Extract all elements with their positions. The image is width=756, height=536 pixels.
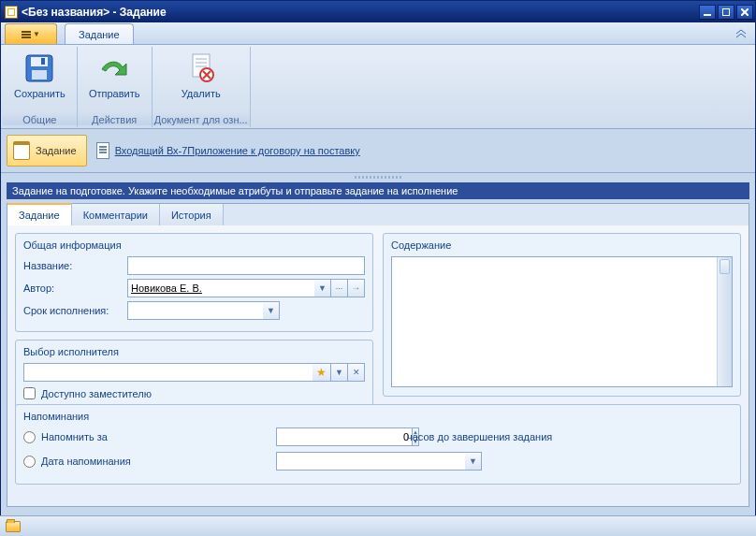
name-label: Название: [23,260,122,271]
author-dropdown-button[interactable]: ▼ [314,279,331,297]
detail-body: Общая информация Название: Автор: ▼ ··· … [7,225,749,506]
close-button[interactable] [736,5,753,20]
svg-rect-6 [32,70,47,80]
group-general: Общая информация Название: Автор: ▼ ··· … [15,233,373,332]
delete-icon [183,51,219,86]
ribbon-group-actions: Отправить Действия [78,47,153,127]
group-content: Содержание [383,233,741,397]
status-bar [0,515,756,536]
author-label: Автор: [23,282,122,294]
attachment-label: Входящий Вх-7Приложение к договору на по… [115,145,360,156]
ribbon-tab-strip: ▼ Задание [1,22,755,45]
tab-history[interactable]: История [160,204,224,226]
window-controls [699,5,753,20]
clipboard-icon [13,141,30,160]
group-title: Выбор исполнителя [23,346,365,357]
deadline-input[interactable] [127,301,263,320]
context-bar: Задание Входящий Вх-7Приложение к догово… [1,129,755,173]
name-input[interactable] [127,256,365,275]
chevron-up-double-icon [735,29,747,38]
task-context-button[interactable]: Задание [7,135,87,167]
tab-task[interactable]: Задание [7,203,72,226]
ribbon-group-title: Общие [3,112,77,125]
group-title: Содержание [391,239,733,251]
remind-before-label: Напомнить за [41,431,108,442]
task-context-label: Задание [36,145,77,156]
allow-deputy-checkbox[interactable] [23,387,36,399]
remind-before-radio[interactable] [23,431,36,443]
delete-label: Удалить [182,88,221,99]
folder-icon[interactable] [6,521,21,532]
send-label: Отправить [89,88,140,99]
minimize-button[interactable] [699,5,716,20]
author-input[interactable] [127,279,314,297]
group-reminders: Напоминания Напомнить за ▲ ▼ часов до за… [15,404,741,485]
executor-dropdown-button[interactable]: ▼ [331,363,348,382]
chevron-down-icon: ▼ [33,30,40,38]
remind-date-input[interactable] [276,452,465,471]
save-button[interactable]: Сохранить [8,49,71,101]
remind-before-hours-input[interactable] [276,427,413,446]
remind-before-suffix: часов до завершения задания [407,431,552,442]
splitter-handle[interactable] [355,176,401,179]
delete-button[interactable]: Удалить [176,49,226,101]
remind-date-label: Дата напоминания [41,456,131,467]
document-icon [96,142,109,159]
executor-clear-button[interactable]: ✕ [348,363,365,382]
send-button[interactable]: Отправить [83,49,146,101]
ribbon-tab-task[interactable]: Задание [65,23,134,44]
app-icon [5,6,18,19]
ribbon-group-common: Сохранить Общие [3,47,78,127]
ribbon-group-title: Документ для озн... [153,112,250,125]
send-icon [96,51,132,86]
executor-input[interactable] [23,363,313,382]
scrollbar[interactable] [717,257,732,386]
detail-tab-strip: Задание Комментарии История [7,203,749,225]
maximize-button[interactable] [718,5,734,20]
app-menu-button[interactable]: ▼ [5,23,57,44]
executor-favorite-button[interactable]: ★ [313,363,331,382]
scrollbar-thumb[interactable] [720,259,730,274]
menu-icon [22,31,31,38]
allow-deputy-label: Доступно заместителю [41,388,152,399]
ribbon-group-title: Действия [78,112,152,125]
deadline-dropdown-button[interactable]: ▼ [263,301,280,320]
content-textarea[interactable] [391,256,733,387]
svg-rect-5 [31,57,48,66]
ribbon-group-document: Удалить Документ для озн... [153,47,251,127]
author-browse-button[interactable]: ··· [331,279,348,297]
svg-rect-1 [722,8,730,16]
svg-rect-7 [41,58,45,65]
remind-date-dropdown-button[interactable]: ▼ [465,452,482,471]
group-executor: Выбор исполнителя ★ ▼ ✕ Доступно замести… [15,340,373,408]
group-title: Напоминания [23,411,733,422]
deadline-label: Срок исполнения: [23,305,122,316]
window-title: <Без названия> - Задание [22,6,699,19]
save-icon [22,51,57,86]
group-title: Общая информация [23,239,365,251]
author-open-button[interactable]: → [348,279,365,297]
detail-panel: Задание Комментарии История Общая информ… [7,203,749,507]
svg-rect-0 [704,14,711,16]
ribbon-collapse-button[interactable] [733,27,749,40]
title-bar: <Без названия> - Задание [1,1,755,22]
save-label: Сохранить [14,88,65,99]
tab-comments[interactable]: Комментарии [72,204,160,226]
ribbon: Сохранить Общие Отправить Действия Удали… [1,45,755,129]
remind-date-radio[interactable] [23,456,36,468]
info-banner: Задание на подготовке. Укажите необходим… [7,182,749,199]
attachment-link[interactable]: Входящий Вх-7Приложение к договору на по… [96,142,360,159]
